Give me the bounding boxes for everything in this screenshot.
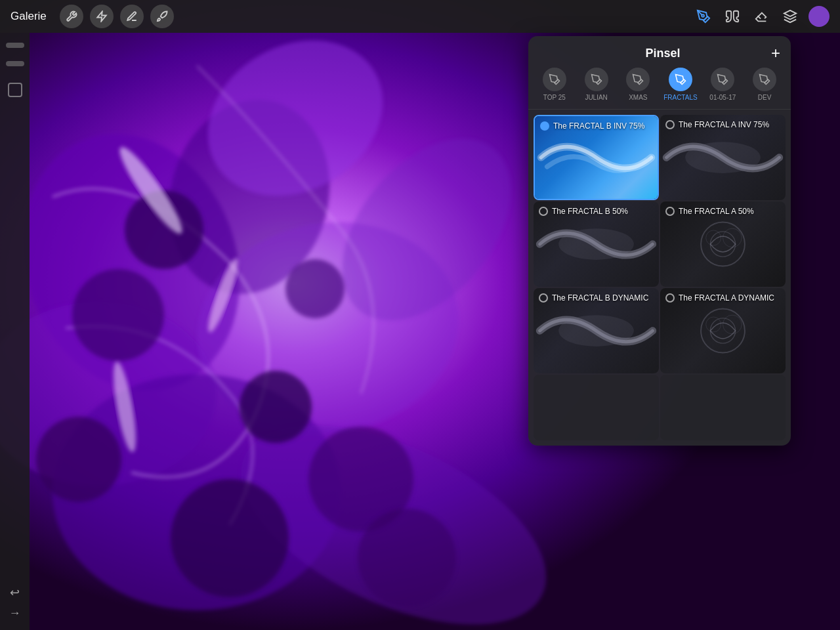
- layers-tool-button[interactable]: [780, 6, 801, 27]
- tab-label-date: 01-05-17: [709, 94, 736, 101]
- tab-julian[interactable]: JULIAN: [580, 68, 613, 101]
- color-swatch[interactable]: [8, 83, 22, 97]
- svg-point-27: [706, 230, 721, 245]
- brush-item-fractal-a-dynamic[interactable]: The FRACTAL A DYNAMIC: [660, 288, 786, 373]
- svg-point-16: [358, 509, 456, 607]
- tabs-row: TOP 25 JULIAN XMAS FRACTALS 01-05-17 DEV: [528, 68, 791, 110]
- svg-marker-21: [784, 10, 796, 16]
- galerie-button[interactable]: Galerie: [10, 10, 47, 23]
- brush-radio-fractal-a-inv75: [665, 120, 675, 129]
- svg-point-20: [702, 14, 704, 17]
- svg-point-24: [701, 222, 745, 266]
- brush-item-empty-empty2: [660, 375, 786, 440]
- brush-opacity-slider[interactable]: [5, 61, 25, 66]
- brush-name-fractal-a-inv75: The FRACTAL A INV 75%: [679, 120, 769, 129]
- tab-icon-xmas: [626, 68, 650, 91]
- eraser-tool-button[interactable]: [751, 6, 772, 27]
- wrench-tool-button[interactable]: [60, 5, 83, 28]
- tab-label-xmas: XMAS: [629, 94, 647, 101]
- pinsel-panel: Pinsel + TOP 25 JULIAN XMAS FRACTALS 01-…: [528, 36, 791, 446]
- tab-label-dev: DEV: [758, 94, 772, 101]
- brush-radio-fractal-b-50: [539, 207, 548, 216]
- tab-icon-fractals: [669, 68, 692, 91]
- tab-date[interactable]: 01-05-17: [706, 68, 739, 101]
- svg-point-13: [36, 417, 121, 502]
- tab-label-julian: JULIAN: [585, 94, 607, 101]
- svg-point-26: [723, 228, 742, 247]
- brush-item-empty-empty1: [534, 375, 659, 440]
- toolbar: Galerie: [0, 0, 840, 33]
- svg-point-11: [240, 371, 312, 443]
- svg-point-32: [706, 317, 721, 332]
- svg-point-10: [72, 269, 164, 361]
- lightning-tool-button[interactable]: [90, 5, 114, 28]
- svg-point-28: [558, 315, 634, 346]
- panel-header: Pinsel +: [528, 36, 791, 68]
- tab-icon-date: [711, 68, 734, 91]
- brush-radio-fractal-b-dynamic: [539, 293, 548, 303]
- brush-name-fractal-a-50: The FRACTAL A 50%: [679, 207, 754, 216]
- tab-label-fractals: FRACTALS: [663, 94, 698, 101]
- svg-point-15: [171, 479, 289, 597]
- rocket-tool-button[interactable]: [150, 5, 174, 28]
- avatar[interactable]: [808, 6, 830, 27]
- svg-point-30: [710, 318, 735, 343]
- svg-point-14: [285, 259, 345, 318]
- panel-title: Pinsel: [555, 47, 771, 60]
- brush-item-fractal-a-50[interactable]: The FRACTAL A 50%: [660, 201, 786, 287]
- brush-name-fractal-b-dynamic: The FRACTAL B DYNAMIC: [552, 293, 648, 303]
- pen-nib-tool-button[interactable]: [693, 6, 714, 27]
- script-tool-button[interactable]: [120, 5, 144, 28]
- tab-icon-julian: [585, 68, 608, 91]
- svg-point-22: [685, 142, 761, 173]
- tab-top25[interactable]: TOP 25: [538, 68, 571, 101]
- brush-item-fractal-b-50[interactable]: The FRACTAL B 50%: [534, 201, 659, 287]
- brush-name-fractal-b-inv75: The FRACTAL B INV 75%: [553, 121, 644, 131]
- brush-name-fractal-a-dynamic: The FRACTAL A DYNAMIC: [679, 293, 774, 303]
- tab-icon-dev: [753, 68, 776, 91]
- brush-name-fractal-b-50: The FRACTAL B 50%: [552, 207, 628, 216]
- brush-grid: The FRACTAL B INV 75% The FRACTAL A INV …: [528, 110, 791, 446]
- svg-point-29: [701, 309, 745, 353]
- undo-button[interactable]: ↩: [10, 585, 20, 600]
- brush-opacity-track: [6, 61, 24, 66]
- brush-size-track: [6, 43, 24, 48]
- brush-size-slider[interactable]: [5, 43, 25, 48]
- tab-fractals[interactable]: FRACTALS: [663, 68, 698, 101]
- tab-xmas[interactable]: XMAS: [621, 68, 654, 101]
- brush-item-fractal-a-inv75[interactable]: The FRACTAL A INV 75%: [660, 115, 786, 200]
- brush-item-fractal-b-inv75[interactable]: The FRACTAL B INV 75%: [534, 115, 659, 200]
- brush-radio-fractal-b-inv75: [540, 121, 549, 131]
- tab-label-top25: TOP 25: [543, 94, 566, 101]
- svg-point-23: [558, 228, 634, 260]
- panel-add-button[interactable]: +: [771, 45, 780, 61]
- toolbar-right: [693, 6, 830, 27]
- brush-item-fractal-b-dynamic[interactable]: The FRACTAL B DYNAMIC: [534, 288, 659, 373]
- redo-button[interactable]: →: [9, 606, 21, 620]
- brush-radio-fractal-a-dynamic: [665, 293, 675, 303]
- svg-point-25: [710, 232, 735, 257]
- smudge-tool-button[interactable]: [722, 6, 743, 27]
- left-sidebar: ↩ →: [0, 33, 30, 630]
- tab-dev[interactable]: DEV: [748, 68, 781, 101]
- brush-radio-fractal-a-50: [665, 207, 675, 216]
- tab-icon-top25: [543, 68, 566, 91]
- svg-point-31: [723, 315, 742, 334]
